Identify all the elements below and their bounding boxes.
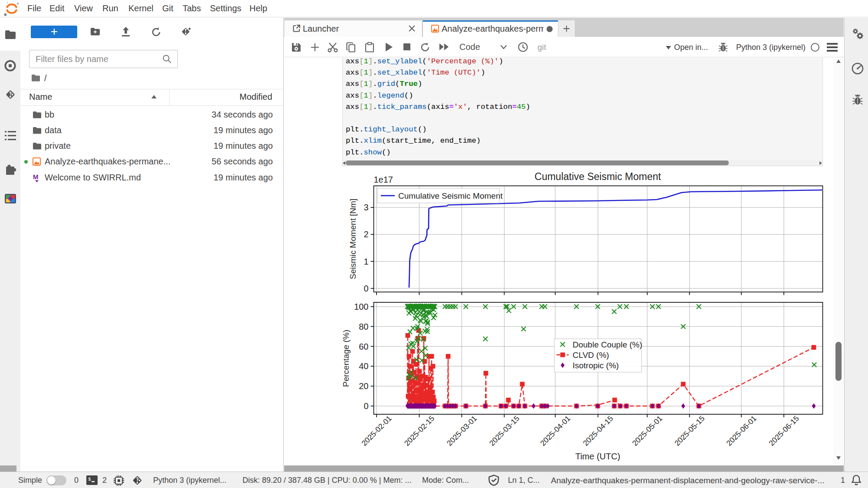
svg-text:2025-06-01: 2025-06-01 <box>724 414 758 447</box>
svg-text:2025-06-15: 2025-06-15 <box>767 414 800 447</box>
svg-text:Cumulative Seismic Moment: Cumulative Seismic Moment <box>534 171 661 182</box>
svg-text:Percentage (%): Percentage (%) <box>342 330 350 387</box>
svg-text:Isotropic (%): Isotropic (%) <box>573 361 619 370</box>
svg-text:1: 1 <box>364 257 368 266</box>
svg-text:60: 60 <box>359 342 368 351</box>
svg-text:2025-03-01: 2025-03-01 <box>445 414 478 447</box>
svg-text:Time (UTC): Time (UTC) <box>575 452 620 461</box>
svg-text:20: 20 <box>359 381 368 391</box>
svg-text:1e17: 1e17 <box>374 175 393 184</box>
svg-text:Seismic Moment [Nm]: Seismic Moment [Nm] <box>348 199 357 279</box>
svg-text:$: $ <box>88 477 91 482</box>
svg-text:2025-04-15: 2025-04-15 <box>581 414 615 447</box>
svg-text:40: 40 <box>359 361 368 371</box>
svg-text:0: 0 <box>364 284 368 293</box>
svg-text:2: 2 <box>364 229 368 239</box>
svg-text:Cumulative Seismic Moment: Cumulative Seismic Moment <box>398 191 503 200</box>
svg-text:Double Couple (%): Double Couple (%) <box>573 340 642 349</box>
svg-text:2025-02-01: 2025-02-01 <box>360 414 393 447</box>
svg-text:CLVD (%): CLVD (%) <box>573 350 609 360</box>
svg-text:0: 0 <box>364 401 368 411</box>
svg-text:100: 100 <box>354 302 368 311</box>
svg-text:M: M <box>33 174 39 180</box>
svg-text:2025-05-01: 2025-05-01 <box>630 414 664 447</box>
svg-text:2025-04-01: 2025-04-01 <box>538 414 572 447</box>
svg-text:3: 3 <box>364 203 368 212</box>
svg-text:2025-02-15: 2025-02-15 <box>403 414 436 447</box>
svg-text:80: 80 <box>359 322 368 331</box>
svg-text:2025-05-15: 2025-05-15 <box>673 414 706 447</box>
svg-text:2025-03-15: 2025-03-15 <box>488 414 521 447</box>
